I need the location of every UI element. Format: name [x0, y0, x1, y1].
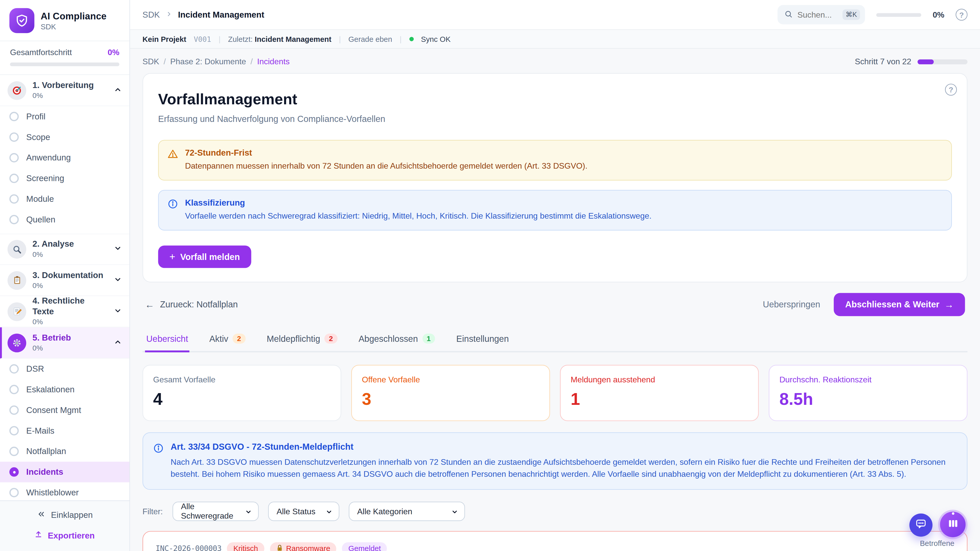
tab-badge: 1 [422, 333, 435, 343]
skip-button[interactable]: Ueberspringen [763, 300, 820, 310]
last-saved-time: Gerade eben [348, 35, 392, 43]
main-content: SDK / Phase 2: Dokumente / Incidents Sch… [130, 49, 980, 551]
page-breadcrumb-current: Incidents [257, 57, 290, 66]
radio-icon [10, 112, 19, 121]
chevron-down-icon [325, 508, 332, 517]
chevron-up-icon [114, 337, 122, 348]
complete-next-button[interactable]: Abschliessen & Weiter → [834, 293, 965, 316]
sidebar-item-dsr[interactable]: DSR [0, 359, 129, 380]
sidebar-item-emails[interactable]: E-Mails [0, 421, 129, 441]
filter-bar: Filter: Alle Schweregrade Alle Status Al… [142, 502, 967, 521]
radio-icon [10, 488, 19, 497]
page-breadcrumb-phase[interactable]: Phase 2: Dokumente [170, 57, 246, 66]
incident-card[interactable]: INC-2026-000003 Kritisch Ransomware Geme… [142, 531, 967, 551]
page-breadcrumb-sdk[interactable]: SDK [142, 57, 159, 66]
tab-meldepflichtig[interactable]: Meldepflichtig 2 [266, 328, 339, 352]
help-icon[interactable]: ? [945, 84, 957, 96]
page-breadcrumb: SDK / Phase 2: Dokumente / Incidents [142, 57, 290, 66]
deadline-warning-callout: 72-Stunden-Frist Datenpannen muessen inn… [158, 140, 952, 181]
chevrons-left-icon [37, 510, 45, 520]
chevron-up-icon [114, 85, 122, 96]
incident-affected: Betroffene 2.500 15.2.2026 [920, 539, 955, 551]
sidebar-section-betrieb[interactable]: 5. Betrieb 0% [0, 327, 129, 359]
section-percent: 0% [32, 91, 94, 100]
gdpr-banner-title: Art. 33/34 DSGVO - 72-Stunden-Meldepflic… [171, 441, 957, 451]
step-label: Schritt 7 von 22 [855, 57, 911, 66]
sidebar-section-analyse[interactable]: 2. Analyse 0% [0, 233, 129, 265]
step-progress-track [918, 59, 967, 64]
sidebar-footer: Einklappen Exportieren [0, 500, 129, 551]
gdpr-banner-text: Nach Art. 33 DSGVO muessen Datenschutzve… [171, 456, 957, 480]
sidebar-item-eskalationen[interactable]: Eskalationen [0, 380, 129, 400]
category-filter-select[interactable]: Alle Kategorien [348, 502, 465, 521]
tab-einstellungen[interactable]: Einstellungen [455, 328, 510, 352]
sidebar-item-notfallplan[interactable]: Notfallplan [0, 441, 129, 462]
topbar: SDK Incident Management ⌘K 0% ? [130, 0, 980, 30]
radio-icon [10, 364, 19, 374]
severity-filter-select[interactable]: Alle Schweregrade [172, 502, 259, 521]
chevron-down-icon [245, 508, 251, 517]
status-filter-select[interactable]: Alle Status [268, 502, 339, 521]
search-input[interactable] [797, 10, 838, 19]
sidebar-item-scope[interactable]: Scope [0, 127, 129, 148]
project-name: Kein Projekt [142, 35, 186, 43]
search-shortcut-badge: ⌘K [842, 10, 860, 20]
classification-text: Vorfaelle werden nach Schweregrad klassi… [185, 210, 652, 222]
chat-fab-button[interactable] [909, 513, 932, 537]
severity-badge: Kritisch [227, 542, 264, 551]
wizard-actions: ← Zurueck: Notfallplan Ueberspringen Abs… [145, 293, 965, 316]
radio-icon [10, 194, 19, 204]
sidebar-section-dokumentation[interactable]: 3. Dokumentation 0% [0, 265, 129, 296]
help-icon[interactable]: ? [956, 9, 967, 21]
back-link[interactable]: ← Zurueck: Notfallplan [145, 299, 238, 310]
sidebar-section-vorbereitung[interactable]: 1. Vorbereitung 0% [0, 75, 129, 106]
overall-progress-label: Gesamtfortschritt [10, 48, 72, 57]
sidebar-item-screening[interactable]: Screening [0, 168, 129, 189]
page-header-card: ? Vorfallmanagement Erfassung und Nachve… [142, 73, 967, 283]
affected-value: 2.500 [920, 549, 955, 551]
sidebar-item-anwendung[interactable]: Anwendung [0, 148, 129, 168]
report-incident-button[interactable]: + Vorfall melden [158, 245, 251, 268]
radio-icon [10, 426, 19, 435]
last-step-label: Zuletzt: Incident Management [228, 35, 331, 43]
sidebar-section-rechtliche-texte[interactable]: 4. Rechtliche Texte 0% [0, 296, 129, 327]
search-icon [784, 9, 792, 21]
sidebar-item-consent-mgmt[interactable]: Consent Mgmt [0, 400, 129, 421]
incident-id: INC-2026-000003 [156, 545, 221, 551]
sync-status: Sync OK [421, 35, 451, 43]
stat-cards: Gesamt Vorfaelle 4 Offene Vorfaelle 3 Me… [142, 365, 967, 421]
tab-abgeschlossen[interactable]: Abgeschlossen 1 [357, 328, 436, 352]
app-subtitle: SDK [41, 22, 107, 31]
section-label: 1. Vorbereitung [32, 81, 94, 91]
affected-label: Betroffene [920, 539, 955, 548]
chevron-down-icon [114, 306, 122, 317]
status-bar: Kein Projekt V001 | Zuletzt: Incident Ma… [130, 30, 980, 49]
info-icon [167, 198, 178, 211]
warning-title: 72-Stunden-Frist [185, 148, 587, 157]
export-button[interactable]: Exportieren [35, 530, 95, 540]
tab-badge: 2 [233, 333, 245, 343]
sidebar: AI Compliance SDK Gesamtfortschritt 0% [0, 0, 130, 551]
search-box[interactable]: ⌘K [777, 5, 865, 24]
tab-uebersicht[interactable]: Uebersicht [145, 328, 189, 352]
clipboard-icon [7, 271, 26, 289]
sidebar-item-profil[interactable]: Profil [0, 106, 129, 127]
sidebar-item-whistleblower[interactable]: Whistleblower [0, 483, 129, 500]
app-title: AI Compliance [41, 10, 107, 21]
category-badge: Ransomware [270, 542, 336, 551]
overall-progress-track [10, 62, 119, 66]
topbar-progress-track [877, 13, 921, 17]
collapse-sidebar-button[interactable]: Einklappen [37, 510, 93, 520]
sidebar-item-incidents[interactable]: Incidents [0, 462, 129, 483]
sidebar-item-quellen[interactable]: Quellen [0, 209, 129, 230]
breadcrumb-root[interactable]: SDK [142, 10, 160, 19]
tab-aktiv[interactable]: Aktiv 2 [208, 328, 247, 352]
arrow-left-icon: ← [145, 299, 154, 310]
columns-panel-fab-button[interactable] [940, 512, 966, 537]
version-badge: V001 [194, 35, 211, 43]
app-root: AI Compliance SDK Gesamtfortschritt 0% [0, 0, 980, 551]
lock-icon [276, 544, 283, 551]
warning-triangle-icon [167, 149, 178, 162]
sidebar-item-module[interactable]: Module [0, 189, 129, 210]
stat-card-total: Gesamt Vorfaelle 4 [142, 365, 341, 421]
